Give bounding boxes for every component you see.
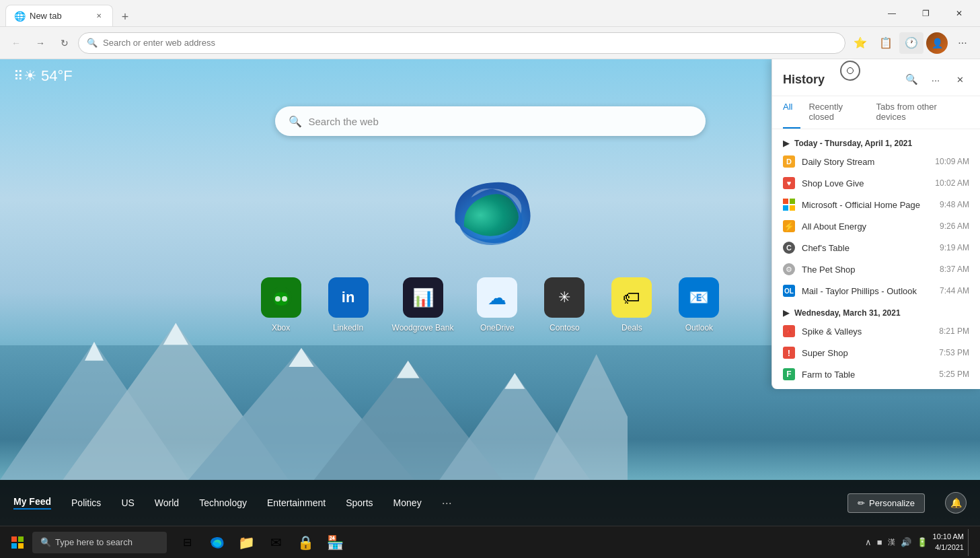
history-item-chefs[interactable]: C Chef's Table 9:19 AM [772,237,980,258]
taskbar-search[interactable]: 🔍 Type here to search [32,532,167,553]
forward-button[interactable]: → [30,32,51,54]
tab-close-btn[interactable]: ✕ [93,11,104,22]
quick-link-onedrive[interactable]: ☁ OneDrive [474,277,521,333]
apps-grid-icon[interactable]: ⠿ [13,68,24,84]
taskbar-store[interactable]: 🏪 [322,529,348,556]
browser-frame: 🌐 New tab ✕ + — ❐ ✕ ← → ↻ 🔍 ⭐ 📋 🕐 👤 · [0,0,980,558]
history-tab-other[interactable]: Tabs from other devices [876,96,961,129]
history-item-petshop[interactable]: ⚙ The Pet Shop 8:37 AM [772,258,980,280]
entry-time-chefs: 9:19 AM [940,243,969,252]
quick-link-contoso[interactable]: ✳ Contoso [541,277,588,333]
entry-time-mail: 7:44 AM [940,286,969,295]
favicon-farmtable: F [783,368,795,380]
close-btn[interactable]: ✕ [944,3,975,24]
quick-link-linkedin[interactable]: in LinkedIn [325,277,372,333]
taskbar-explorer[interactable]: 📁 [233,529,260,556]
history-item-mail[interactable]: OL Mail - Taylor Phillips - Outlook 7:44… [772,280,980,302]
history-close-btn[interactable]: ✕ [950,70,969,89]
date-arrow: ▶ [783,139,789,148]
collections-btn[interactable]: 📋 [874,32,898,54]
notification-button[interactable]: 🔔 [945,492,967,514]
search-placeholder: Search the web [309,116,379,127]
taskbar-battery[interactable]: 🔋 [915,536,929,549]
show-desktop-btn[interactable] [968,529,972,556]
news-politics[interactable]: Politics [71,497,101,508]
profile-icon[interactable]: 👤 [926,32,948,54]
taskbar-network[interactable]: ■ [876,536,884,549]
news-bar: My Feed Politics US World Technology Ent… [0,480,980,526]
entry-time-supershop: 7:53 PM [939,348,969,357]
news-more-btn[interactable]: ··· [442,496,452,510]
entry-time-spike: 8:21 PM [939,326,969,336]
quick-link-deals[interactable]: 🏷 Deals [608,277,655,333]
date-label-wed: Wednesday, March 31, 2021 [794,308,901,318]
taskbar-security[interactable]: 🔒 [292,529,319,556]
history-item-shop-love[interactable]: ♥ Shop Love Give 10:02 AM [772,172,980,194]
tab-title: New tab [30,11,62,21]
start-button[interactable] [4,529,31,556]
quick-link-outlook[interactable]: 📧 Outlook [675,277,722,333]
weather-widget[interactable]: ☀ 54°F [24,67,73,85]
history-item-spike[interactable]: 🔺 Spike & Valleys 8:21 PM [772,320,980,342]
svg-rect-16 [783,205,788,211]
taskbar-volume[interactable]: 🔊 [899,536,913,549]
taskbar-edge[interactable] [203,529,230,556]
news-money[interactable]: Money [393,497,422,508]
svg-rect-14 [783,199,788,204]
history-btn[interactable]: 🕐 [899,32,924,54]
history-item-energy[interactable]: ⚡ All About Energy 9:26 AM [772,215,980,237]
news-world[interactable]: World [155,497,179,508]
minimize-btn[interactable]: — [876,3,907,24]
favicon-microsoft [783,199,795,211]
edge-logo [447,170,534,257]
account-btn[interactable]: 👤 [925,32,949,54]
maximize-btn[interactable]: ❐ [910,3,941,24]
history-title: History [783,73,902,87]
taskbar-mail[interactable]: ✉ [262,529,289,556]
history-tab-closed[interactable]: Recently closed [808,96,868,129]
taskbar: 🔍 Type here to search ⊟ 📁 ✉ 🔒 🏪 ∧ ■ 漢 [0,526,980,558]
news-technology[interactable]: Technology [199,497,247,508]
temperature: 54°F [41,67,73,85]
history-header: History 🔍 ··· ✕ [772,59,980,96]
personalize-button[interactable]: ✏ Personalize [847,493,925,513]
entry-title-petshop: The Pet Shop [802,265,933,275]
url-bar[interactable]: 🔍 [78,32,845,54]
woodgrove-icon: 📊 [403,277,443,318]
quick-link-xbox[interactable]: Xbox [258,277,305,333]
content-area: ⠿ ☀ 54°F ⚙ 🔍 Search the web [0,59,980,526]
favicon-mail: OL [783,285,795,297]
back-button[interactable]: ← [5,32,27,54]
history-search-btn[interactable]: 🔍 [902,70,921,89]
svg-rect-20 [11,543,17,549]
search-bar[interactable]: 🔍 Search the web [275,106,706,136]
active-tab[interactable]: 🌐 New tab ✕ [5,5,113,26]
history-item-farmtable[interactable]: F Farm to Table 5:25 PM [772,363,980,385]
svg-point-13 [282,296,287,302]
history-item-supershop[interactable]: ! Super Shop 7:53 PM [772,342,980,363]
entry-time-daily-story: 10:09 AM [935,157,969,166]
entry-title-energy: All About Energy [802,221,933,232]
news-myfeed[interactable]: My Feed [13,496,51,510]
taskbar-clock[interactable]: 10:10 AM 4/1/2021 [933,532,964,553]
contoso-label: Contoso [550,323,580,333]
news-entertainment[interactable]: Entertainment [267,497,326,508]
favorites-btn[interactable]: ⭐ [848,32,872,54]
taskbar-language[interactable]: 漢 [887,536,897,549]
url-input[interactable] [103,38,837,48]
news-sports[interactable]: Sports [346,497,373,508]
entry-title-farmtable: Farm to Table [802,370,932,380]
more-btn[interactable]: ··· [950,32,975,54]
history-item-microsoft[interactable]: Microsoft - Official Home Page 9:48 AM [772,194,980,215]
news-us[interactable]: US [121,497,134,508]
quick-link-woodgrove[interactable]: 📊 Woodgrove Bank [392,277,454,333]
history-tab-all[interactable]: All [783,96,800,129]
history-item-daily-story[interactable]: D Daily Story Stream 10:09 AM [772,151,980,172]
taskbar-task-view[interactable]: ⊟ [174,529,200,556]
taskbar-chevron[interactable]: ∧ [864,536,873,549]
new-tab-button[interactable]: + [116,7,135,26]
favicon-supershop: ! [783,347,795,359]
refresh-button[interactable]: ↻ [54,32,75,54]
history-more-btn[interactable]: ··· [926,70,945,89]
window-controls: — ❐ ✕ [876,3,975,24]
